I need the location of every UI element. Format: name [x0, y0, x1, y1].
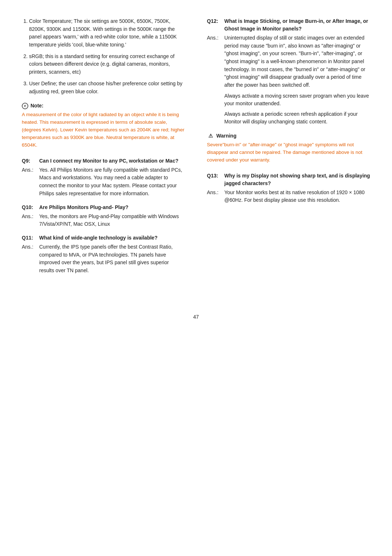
- q9-text: Can I connect my Monitor to any PC, work…: [39, 157, 179, 165]
- q9-label: Q9:: [22, 157, 35, 165]
- right-column: Q12: What is Image Sticking, or Image Bu…: [203, 17, 370, 281]
- a12-text: Uninterrupted display of still or static…: [224, 35, 365, 88]
- a12-para1: Always activate a moving screen saver pr…: [224, 92, 370, 107]
- question-q12: Q12: What is Image Sticking, or Image Bu…: [207, 17, 370, 33]
- q11-text: What kind of wide-angle technology is av…: [39, 234, 158, 242]
- question-q10: Q10: Are Philips Monitors Plug-and- Play…: [22, 204, 185, 211]
- numbered-list: Color Temperature; The six settings are …: [22, 17, 185, 95]
- q11-label: Q11:: [22, 234, 35, 242]
- list-item-3: User Define; the user can choose his/her…: [29, 80, 185, 95]
- q12-text: What is Image Sticking, or Image Burn-in…: [224, 17, 370, 33]
- page-content: Color Temperature; The six settings are …: [0, 0, 392, 302]
- a9-label: Ans.:: [22, 166, 35, 198]
- page-number: 47: [0, 313, 392, 321]
- qa-block-q11: Q11: What kind of wide-angle technology …: [22, 234, 185, 275]
- a13-text: Your Monitor works best at its native re…: [224, 189, 370, 204]
- note-text: A measurement of the color of light radi…: [22, 111, 185, 149]
- a12-para2: Always activate a periodic screen refres…: [224, 110, 370, 126]
- answer-q9: Ans.: Yes. All Philips Monitors are full…: [22, 166, 185, 198]
- q13-text: Why is my Display not showing sharp text…: [224, 172, 370, 187]
- answer-q10: Ans.: Yes, the monitors are Plug-and-Pla…: [22, 213, 185, 228]
- answer-q12: Ans.: Uninterrupted display of still or …: [207, 34, 370, 126]
- q10-label: Q10:: [22, 204, 35, 211]
- list-item-2: sRGB; this is a standard setting for ens…: [29, 53, 185, 76]
- q13-label: Q13:: [207, 172, 220, 187]
- note-header: e Note:: [22, 102, 185, 110]
- a10-label: Ans.:: [22, 213, 35, 228]
- left-column: Color Temperature; The six settings are …: [22, 17, 189, 281]
- q12-label: Q12:: [207, 17, 220, 33]
- answer-q13: Ans.: Your Monitor works best at its nat…: [207, 189, 370, 204]
- q10-text: Are Philips Monitors Plug-and- Play?: [39, 204, 128, 211]
- a13-label: Ans.:: [207, 189, 220, 204]
- note-label: Note:: [30, 102, 44, 110]
- question-q11: Q11: What kind of wide-angle technology …: [22, 234, 185, 242]
- a11-label: Ans.:: [22, 243, 35, 275]
- qa-block-q13: Q13: Why is my Display not showing sharp…: [207, 172, 370, 204]
- a11-text: Currently, the IPS type panels offer the…: [39, 243, 185, 275]
- warning-label: Warning: [216, 132, 236, 140]
- qa-block-q12: Q12: What is Image Sticking, or Image Bu…: [207, 17, 370, 126]
- note-box: e Note: A measurement of the color of li…: [22, 102, 185, 149]
- a9-text: Yes. All Philips Monitors are fully comp…: [39, 166, 185, 198]
- warning-text: Severe"burn-in" or "after-image" or "gho…: [207, 141, 370, 164]
- warning-header: ⚠ Warning: [207, 132, 370, 140]
- note-icon: e: [22, 103, 28, 109]
- question-q9: Q9: Can I connect my Monitor to any PC, …: [22, 157, 185, 165]
- a12-label: Ans.:: [207, 34, 220, 126]
- qa-block-q10: Q10: Are Philips Monitors Plug-and- Play…: [22, 204, 185, 228]
- a10-text: Yes, the monitors are Plug-and-Play comp…: [39, 213, 185, 228]
- warning-box: ⚠ Warning Severe"burn-in" or "after-imag…: [207, 132, 370, 164]
- qa-block-q9: Q9: Can I connect my Monitor to any PC, …: [22, 157, 185, 198]
- question-q13: Q13: Why is my Display not showing sharp…: [207, 172, 370, 187]
- warning-icon: ⚠: [207, 132, 214, 139]
- answer-q11: Ans.: Currently, the IPS type panels off…: [22, 243, 185, 275]
- list-item-1: Color Temperature; The six settings are …: [29, 17, 185, 49]
